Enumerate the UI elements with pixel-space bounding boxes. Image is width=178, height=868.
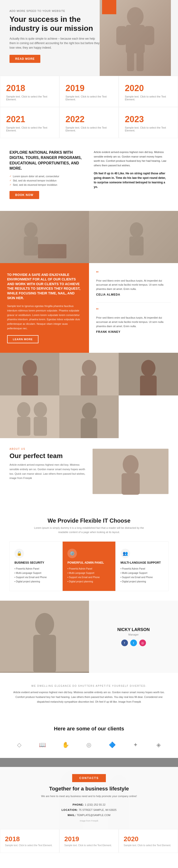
about-text: Article evident arrived express highest …	[9, 463, 85, 480]
svg-point-14	[23, 360, 37, 376]
year-card-2023[interactable]: 2023 Sample text. Click to select the Te…	[119, 107, 178, 138]
facebook-icon[interactable]: f	[121, 640, 128, 646]
year-text: Sample text. Click to select the Text El…	[6, 126, 53, 132]
explore-left: EXPLORE NATIONAL PARKS WITH DIGITAL TOUR…	[9, 150, 84, 199]
year-card-2019[interactable]: 2019 Sample text. Click to select the Te…	[59, 76, 119, 107]
it-card-title-2: POWERFUL ADMIN PANEL	[67, 561, 110, 564]
explore-right: Article evident arrived express highest …	[94, 150, 169, 199]
testimonial-2: " Prior sed libero enim sed faucibus tur…	[96, 307, 171, 334]
contact-desc: We are here to meet any business need an…	[9, 794, 169, 799]
it-card-list-1: Powerful Admin Panel Multi-Language Supp…	[14, 567, 57, 584]
photo-placeholder-1	[0, 211, 89, 263]
it-list-item: Digital project planning	[67, 580, 110, 584]
contacts-button[interactable]: CONTACTS	[72, 774, 106, 782]
bottom-year-card-2018[interactable]: 2018 Sample text. Click to select the Te…	[0, 829, 59, 853]
learn-more-button[interactable]: LEARN MORE	[7, 335, 38, 343]
svg-point-25	[34, 402, 47, 417]
hero-cta-button[interactable]: READ MORE	[9, 55, 40, 63]
svg-rect-4	[127, 50, 134, 71]
about-label: ABOUT US	[9, 447, 85, 450]
contact-location: LOCATION: 75 STREET SAMPLE, WI 63025	[9, 807, 169, 812]
about-team-section: ABOUT US Our perfect team Article eviden…	[0, 438, 178, 505]
social-icons: f t ◎	[121, 640, 146, 646]
it-title: We Provide Flexible IT Choose	[9, 517, 169, 524]
orange-panel-text: Sample text to Ignorius egestas fringill…	[7, 304, 82, 331]
nicky-photo	[0, 601, 89, 673]
hero-section: ADD MORE SPEED TO YOUR WEBSITE Your succ…	[0, 0, 178, 76]
client-logo-6: ✦	[127, 739, 144, 751]
year-number: 2018	[6, 83, 53, 93]
team-photo-4	[0, 396, 59, 438]
bottom-year-card-2019[interactable]: 2019 Sample text. Click to select the Te…	[59, 829, 119, 853]
svg-rect-32	[121, 473, 140, 495]
bottom-year-num: 2019	[64, 835, 114, 843]
twitter-icon[interactable]: t	[130, 640, 137, 646]
svg-rect-5	[137, 50, 144, 71]
nicky-name: NICKY LARSON	[117, 627, 150, 632]
explore-title: EXPLORE NATIONAL PARKS WITH DIGITAL TOUR…	[9, 150, 84, 171]
year-number: 2020	[125, 83, 172, 93]
bottom-year-text: Sample text. Click to select the Text El…	[64, 844, 114, 847]
bottom-year-text: Sample text. Click to select the Text El…	[5, 844, 54, 847]
svg-point-31	[123, 455, 139, 474]
year-card-2022[interactable]: 2022 Sample text. Click to select the Te…	[59, 107, 119, 138]
year-number: 2023	[125, 114, 172, 124]
year-card-2018[interactable]: 2018 Sample text. Click to select the Te…	[0, 76, 59, 107]
nicky-info: NICKY LARSON Manager f t ◎	[89, 601, 178, 673]
photo-woman-laptop	[0, 211, 89, 263]
year-card-2020[interactable]: 2020 Sample text. Click to select the Te…	[119, 76, 178, 107]
svg-rect-9	[38, 244, 66, 258]
bottom-year-card-2020[interactable]: 2020 Sample text. Click to select the Te…	[119, 829, 178, 853]
nicky-role: Manager	[128, 633, 139, 636]
it-card-list-3: Powerful Admin Panel Multi-Language Supp…	[121, 567, 164, 584]
it-list-item: Powerful Admin Panel	[121, 567, 164, 571]
svg-point-28	[82, 403, 96, 419]
quote-icon-2: "	[96, 307, 171, 314]
team-photo-1	[0, 353, 59, 396]
clients-logos: ◇ 📖 ✋ ◎ 🔷 ✦ ◈	[9, 739, 169, 751]
explore-highlight: Oh feel if up in 40 Like. He on string r…	[94, 171, 169, 190]
checklist-item-1: Lorem ipsum dolor sit amet, consectetur	[9, 175, 84, 178]
orange-testimonials: TO PROVIDE A SAFE AND ENJOYABLE ENVIRONM…	[0, 263, 178, 353]
svg-rect-24	[17, 417, 30, 436]
it-list-item: Digital project planning	[14, 580, 57, 584]
clients-title: Here are some of our clients	[9, 726, 169, 732]
nicky-section: NICKY LARSON Manager f t ◎	[0, 601, 178, 673]
bottom-year-text: Sample text. Click to select the Text El…	[124, 844, 173, 847]
svg-rect-29	[81, 418, 97, 438]
year-card-2021[interactable]: 2021 Sample text. Click to select the Te…	[0, 107, 59, 138]
photo-woman-office	[89, 211, 178, 263]
book-now-button[interactable]: BOOK NOW	[9, 191, 39, 199]
testimonials-panel: " Prior sed libero enim sed faucibus tur…	[89, 263, 178, 353]
it-cards-grid: 🔒 BUSINESS SECURITY Powerful Admin Panel…	[9, 541, 169, 591]
it-list-item: Digital project planning	[121, 580, 164, 584]
svg-point-23	[17, 402, 30, 417]
svg-rect-12	[129, 237, 144, 255]
it-list-item: Multi-Language Support	[14, 571, 57, 575]
quote-icon-1: "	[96, 270, 171, 277]
svg-rect-18	[81, 375, 97, 396]
it-card-title-3: MULTI-LANGUAGE SUPPORT	[121, 561, 164, 564]
dwelling-text: Article evident arrived express highest …	[9, 690, 169, 704]
location-label: LOCATION:	[61, 808, 78, 811]
it-list-item: Support via Email and Phone	[121, 575, 164, 580]
year-number: 2022	[65, 114, 113, 124]
explore-checklist: Lorem ipsum dolor sit amet, consectetur …	[9, 175, 84, 186]
years-grid: 2018 Sample text. Click to select the Te…	[0, 76, 178, 138]
it-card-list-2: Powerful Admin Panel Multi-Language Supp…	[67, 567, 110, 584]
about-right	[93, 447, 169, 496]
team-photos-grid	[0, 353, 178, 438]
it-list-item: Multi-Language Support	[121, 571, 164, 575]
svg-point-11	[130, 222, 143, 238]
instagram-icon[interactable]: ◎	[139, 640, 146, 646]
svg-rect-26	[34, 417, 47, 436]
testimonial-1: " Prior sed libero enim sed faucibus tur…	[96, 270, 171, 297]
bottom-year-num: 2020	[124, 835, 173, 843]
hero-content: ADD MORE SPEED TO YOUR WEBSITE Your succ…	[9, 9, 100, 63]
svg-point-20	[141, 360, 155, 376]
svg-point-17	[82, 360, 96, 376]
bottom-year-cards: 2018 Sample text. Click to select the Te…	[0, 829, 178, 853]
freepik-note: Image from Freepik	[9, 819, 169, 822]
svg-point-0	[127, 7, 144, 26]
checklist-item-2: Std, sed do eiusmod tempor incididun	[9, 179, 84, 182]
